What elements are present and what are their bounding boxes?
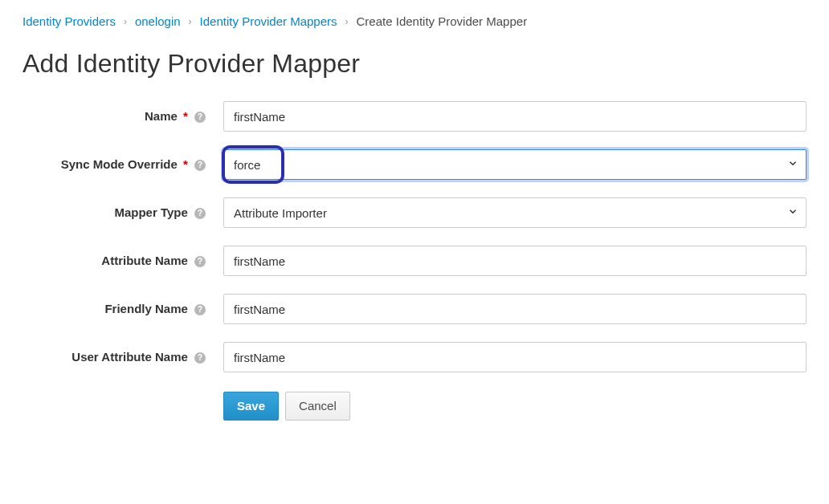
field-row-sync-mode: Sync Mode Override * ? force [22,149,807,180]
name-label: Name [145,109,178,123]
required-asterisk: * [183,109,188,123]
help-icon[interactable]: ? [194,352,206,364]
attribute-name-label: Attribute Name [101,254,188,267]
save-button[interactable]: Save [223,392,279,421]
field-row-name: Name * ? [22,101,807,132]
sync-mode-select[interactable]: force [223,149,807,180]
sync-mode-label: Sync Mode Override [61,157,178,171]
breadcrumb-current: Create Identity Provider Mapper [357,14,528,28]
field-row-user-attribute-name: User Attribute Name ? [22,342,807,372]
breadcrumb: Identity Providers › onelogin › Identity… [22,14,807,28]
required-asterisk: * [183,157,188,171]
friendly-name-label: Friendly Name [104,302,187,315]
mapper-form: Name * ? Sync Mode Override * ? force [22,101,807,421]
user-attribute-name-label: User Attribute Name [71,350,187,364]
button-row: Save Cancel [22,390,807,421]
page-title: Add Identity Provider Mapper [22,49,807,79]
chevron-right-icon: › [124,16,127,27]
help-icon[interactable]: ? [194,208,206,219]
breadcrumb-link-onelogin[interactable]: onelogin [135,14,181,28]
help-icon[interactable]: ? [194,256,206,267]
sync-mode-select-wrap: force [223,149,807,180]
help-icon[interactable]: ? [194,160,206,171]
field-row-mapper-type: Mapper Type ? Attribute Importer [22,197,807,228]
help-icon[interactable]: ? [194,112,206,123]
breadcrumb-link-identity-providers[interactable]: Identity Providers [22,14,116,28]
mapper-type-select-wrap: Attribute Importer [223,197,807,228]
help-icon[interactable]: ? [194,304,206,315]
attribute-name-input[interactable] [223,246,807,276]
friendly-name-input[interactable] [223,294,807,324]
name-input[interactable] [223,101,807,132]
user-attribute-name-input[interactable] [223,342,807,372]
breadcrumb-link-mappers[interactable]: Identity Provider Mappers [200,14,337,28]
mapper-type-label: Mapper Type [114,205,187,219]
chevron-right-icon: › [189,16,192,27]
field-row-attribute-name: Attribute Name ? [22,246,807,276]
chevron-right-icon: › [345,16,349,27]
cancel-button[interactable]: Cancel [285,392,350,421]
mapper-type-select[interactable]: Attribute Importer [223,197,807,228]
field-row-friendly-name: Friendly Name ? [22,294,807,324]
